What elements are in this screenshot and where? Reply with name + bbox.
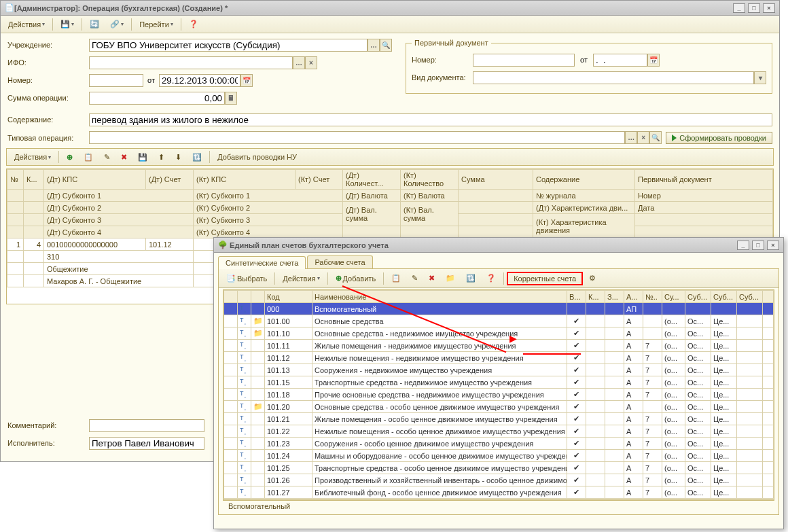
account-row[interactable]: T。101.24Машины и оборудование - особо це… [224,450,774,462]
popup-min-icon[interactable]: _ [737,241,749,250]
col-kk[interactable]: К... [586,291,605,303]
col-nz[interactable]: № журнала [533,190,635,202]
tab-working[interactable]: Рабочие счета [307,255,372,268]
col-naim[interactable]: Наименование [312,291,567,303]
col-ktsub1[interactable]: (Кт) Субконто 1 [194,190,343,202]
account-row[interactable]: T。101.18Прочие основные средства - недви… [224,389,774,401]
ifo-clear-icon[interactable]: × [305,56,317,69]
account-row[interactable]: T。📁101.20Основные средства - особо ценно… [224,401,774,413]
col-sub1[interactable]: Суб... [685,291,711,303]
org-input[interactable] [89,39,368,52]
account-row[interactable]: T。📁101.00Основные средства✔А(о...Ос...Це… [224,315,774,327]
org-search-icon[interactable]: 🔍 [380,39,392,52]
col-a[interactable]: А... [624,291,643,303]
add-icon[interactable]: ⊕ [62,150,77,164]
correct-accounts-button[interactable]: Корректные счета [507,272,583,285]
save2-icon[interactable]: 💾 [133,150,152,164]
col-v[interactable]: В... [567,291,586,303]
up-icon[interactable]: ⬆ [154,150,169,164]
col-ktschet[interactable]: (Кт) Счет [296,170,343,190]
col-nomer[interactable]: Номер [635,190,773,202]
executor-input[interactable] [89,437,204,450]
delete-icon[interactable]: ✖ [116,150,132,164]
ifo-ellipsis-button[interactable]: … [293,56,305,69]
col-dtsub2[interactable]: (Дт) Субконто 2 [44,202,194,214]
popup-add-button[interactable]: ⊕Добавить [331,272,381,285]
refresh-icon[interactable]: 🔄 [85,18,104,31]
account-row[interactable]: T。101.15Транспортные средства - недвижим… [224,376,774,389]
account-row[interactable]: T。101.21Жилые помещения - особо ценное д… [224,413,774,425]
col-sub3[interactable]: Суб... [737,291,763,303]
org-ellipsis-button[interactable]: … [368,39,380,52]
account-row[interactable]: T。101.12Нежилые помещения - недвижимое и… [224,352,774,364]
actions-button[interactable]: Действия▾ [3,18,50,31]
popup-edit-icon[interactable]: ✎ [407,272,423,285]
account-row[interactable]: T。101.11Жилые помещения - недвижимое иму… [224,340,774,352]
maximize-icon[interactable]: □ [748,3,760,13]
close-icon[interactable]: × [763,3,775,13]
account-row[interactable]: T。101.13Сооружения - недвижимое имуществ… [224,364,774,376]
popup-actions-button[interactable]: Действия▾ [278,272,324,285]
goto-button[interactable]: Перейти▾ [135,18,178,31]
copy-icon[interactable]: 📋 [79,150,98,164]
account-row[interactable]: T。101.26Производственный и хозяйственный… [224,474,774,486]
grid-actions-button[interactable]: Действия▾ [10,150,56,164]
pd-date-icon[interactable]: 📅 [647,54,660,67]
sum-input[interactable] [89,92,225,105]
pd-type-dd-icon[interactable]: ▾ [754,71,766,84]
link-icon[interactable]: 🔗▾ [105,18,128,31]
minimize-icon[interactable]: _ [733,3,745,13]
col-dtval[interactable]: (Дт) Валюта [343,190,401,202]
col-su[interactable]: Су... [662,291,685,303]
account-row[interactable]: T。101.27Библиотечный фонд - особо ценное… [224,486,774,499]
col-ktkps[interactable]: (Кт) КПС [194,170,296,190]
col-nn[interactable]: №.. [643,291,662,303]
account-row[interactable]: T。📁101.10Основные средства - недвижимое … [224,327,774,340]
col-kthar[interactable]: (Кт) Характеристика движения [533,214,635,238]
popup-config-icon[interactable]: ⚙ [584,272,601,285]
comment-input[interactable] [89,419,204,432]
popup-title-bar[interactable]: 🌳 Единый план счетов бухгалтерского учет… [214,238,783,253]
col-k[interactable]: К... [24,170,44,190]
popup-refr-icon[interactable]: 🔃 [461,272,480,285]
typical-ellipsis-button[interactable]: … [625,131,637,144]
col-dtschet[interactable]: (Дт) Счет [146,170,194,190]
col-ktval[interactable]: (Кт) Валюта [401,190,459,202]
accounts-grid[interactable]: Код Наименование В... К... З... А... №..… [223,289,774,500]
col-ktkol[interactable]: (Кт) Количество [401,170,459,190]
edit-icon[interactable]: ✎ [99,150,115,164]
reload-icon[interactable]: 🔃 [187,150,207,164]
typical-clear-icon[interactable]: × [637,131,649,144]
col-soderzh[interactable]: Содержание [533,170,635,190]
pd-num-input[interactable] [473,54,575,67]
col-data[interactable]: Дата [635,202,773,214]
col-dthar[interactable]: (Дт) Характеристика дви... [533,202,635,214]
generate-button[interactable]: Сформировать проводки [666,132,772,144]
typical-search-icon[interactable]: 🔍 [649,131,662,144]
col-ktsub3[interactable]: (Кт) Субконто 3 [194,214,343,226]
account-row[interactable]: T。101.25Транспортные средства - особо це… [224,462,774,474]
col-z[interactable]: З... [605,291,624,303]
account-row[interactable]: T。101.22Нежилые помещения - особо ценное… [224,425,774,438]
pd-date-input[interactable] [593,54,647,67]
title-bar[interactable]: 📄 [Администратор]: Операция (бухгалтерск… [1,1,779,16]
col-sub2[interactable]: Суб... [711,291,737,303]
date-input[interactable] [159,74,240,87]
save-icon[interactable]: 💾▾ [56,18,79,31]
add-nu-button[interactable]: Добавить проводки НУ [213,150,302,164]
pd-type-input[interactable] [473,71,754,84]
account-row[interactable]: T。101.23Сооружения - особо ценное движим… [224,438,774,450]
col-dtvals[interactable]: (Дт) Вал. сумма [343,202,401,226]
typical-input[interactable] [89,131,625,144]
down-icon[interactable]: ⬇ [171,150,186,164]
popup-close-icon[interactable]: × [767,241,779,250]
tab-synthetic[interactable]: Синтетические счета [218,256,306,269]
popup-help-icon[interactable]: ❓ [482,272,501,285]
col-ktsub2[interactable]: (Кт) Субконто 2 [194,202,343,214]
popup-del-icon[interactable]: ✖ [424,272,440,285]
col-n[interactable]: № [7,170,24,190]
account-row[interactable]: T。000ВспомогательныйАП [224,303,774,315]
help-icon[interactable]: ❓ [184,18,203,31]
col-ktsub4[interactable]: (Кт) Субконто 4 [194,226,343,238]
content-input[interactable] [89,113,772,126]
